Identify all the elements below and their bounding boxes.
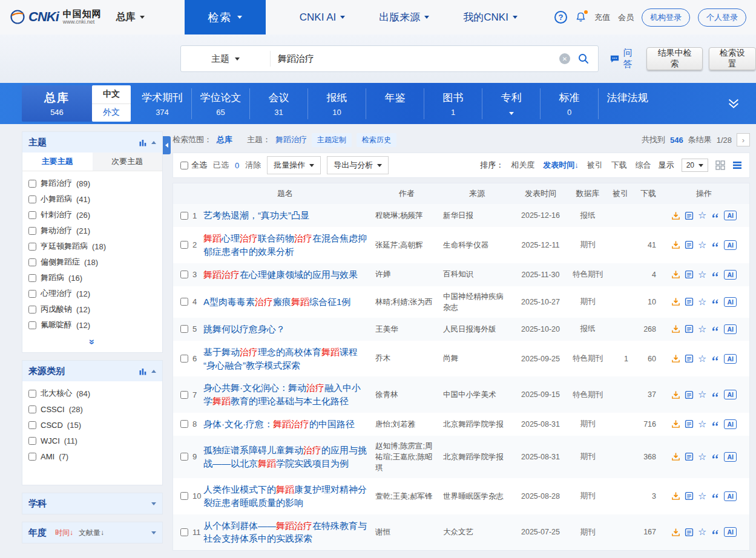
- result-source[interactable]: 中国中小学美术: [443, 390, 496, 399]
- recharge-link[interactable]: 充值: [594, 12, 610, 23]
- result-checkbox[interactable]: [180, 453, 188, 461]
- result-title[interactable]: 身心共舞·文化润心：舞动治疗融入中小学舞蹈教育的理论基础与本土化路径: [203, 381, 367, 408]
- chevron-down-icon[interactable]: [151, 531, 156, 534]
- filter-checkbox[interactable]: [28, 195, 36, 203]
- result-title[interactable]: 舞蹈心理治疗联合药物治疗在混合焦虑抑郁症患者中的效果分析: [203, 232, 367, 258]
- ai-button[interactable]: AI: [724, 527, 737, 537]
- result-authors[interactable]: 程晓琳;杨频萍: [375, 211, 422, 220]
- result-checkbox[interactable]: [180, 391, 188, 399]
- html-read-icon[interactable]: [685, 240, 694, 249]
- filter-item[interactable]: CSSCI(28): [28, 401, 156, 417]
- result-source[interactable]: 新华日报: [443, 211, 473, 220]
- download-icon[interactable]: [671, 324, 680, 333]
- result-checkbox[interactable]: [180, 492, 188, 500]
- nav-zongku[interactable]: 总库: [116, 11, 145, 24]
- notification-bell-icon[interactable]: [575, 11, 587, 23]
- nav-cnki-ai[interactable]: CNKI AI: [300, 11, 345, 24]
- filter-checkbox[interactable]: [28, 290, 36, 298]
- download-icon[interactable]: [671, 419, 680, 428]
- filter-item[interactable]: 氟哌啶醇(12): [28, 317, 156, 333]
- ai-button[interactable]: AI: [724, 452, 737, 462]
- quote-icon[interactable]: [711, 354, 720, 363]
- html-read-icon[interactable]: [685, 324, 694, 333]
- ai-button[interactable]: AI: [724, 354, 737, 364]
- result-authors[interactable]: 萱乾;王美;郝军锋: [375, 492, 432, 501]
- personal-login-button[interactable]: 个人登录: [698, 8, 746, 27]
- result-source[interactable]: 北京舞蹈学院学报: [443, 420, 504, 428]
- ai-button[interactable]: AI: [724, 419, 737, 429]
- result-source[interactable]: 人民日报海外版: [443, 325, 496, 333]
- filter-checkbox[interactable]: [28, 437, 36, 445]
- filter-item[interactable]: CSCD(15): [28, 417, 156, 433]
- bar-chart-icon[interactable]: [139, 367, 146, 375]
- favorite-icon[interactable]: ☆: [698, 297, 706, 307]
- html-read-icon[interactable]: [685, 297, 694, 306]
- result-authors[interactable]: 许婵: [375, 270, 390, 278]
- download-icon[interactable]: [671, 491, 680, 501]
- favorite-icon[interactable]: ☆: [698, 270, 706, 280]
- result-checkbox[interactable]: [180, 298, 188, 306]
- result-title[interactable]: 孤独症谱系障碍儿童舞动治疗的应用与挑战——以北京舞蹈学院实践项目为例: [203, 444, 367, 470]
- quote-icon[interactable]: [711, 528, 720, 537]
- filter-checkbox[interactable]: [28, 243, 36, 251]
- sort-option[interactable]: 下载: [611, 160, 627, 171]
- result-authors[interactable]: 王美华: [375, 325, 398, 333]
- filter-item[interactable]: 舞蹈治疗(89): [28, 176, 156, 191]
- db-tab[interactable]: 报纸10: [307, 88, 366, 119]
- db-tab[interactable]: 图书1: [424, 88, 482, 119]
- download-icon[interactable]: [671, 240, 680, 249]
- quote-icon[interactable]: [711, 491, 720, 501]
- db-tab[interactable]: 专利: [482, 88, 540, 119]
- grid-view-icon[interactable]: [715, 160, 725, 170]
- filter-checkbox[interactable]: [28, 321, 36, 329]
- html-read-icon[interactable]: [685, 419, 694, 428]
- quote-icon[interactable]: [711, 452, 720, 461]
- html-read-icon[interactable]: [685, 528, 694, 537]
- result-source[interactable]: 百科知识: [443, 270, 473, 278]
- select-all-checkbox[interactable]: [180, 162, 188, 169]
- result-checkbox[interactable]: [180, 271, 188, 278]
- download-icon[interactable]: [671, 211, 680, 220]
- search-input[interactable]: [271, 54, 559, 64]
- page-size-select[interactable]: 20: [682, 159, 708, 172]
- tab-secondary-topic[interactable]: 次要主题: [93, 153, 163, 171]
- result-checkbox[interactable]: [180, 355, 188, 363]
- result-source[interactable]: 北京舞蹈学院学报: [443, 453, 504, 461]
- chevron-down-icon[interactable]: [151, 502, 156, 505]
- filter-item[interactable]: WJCI(11): [28, 433, 156, 448]
- nav-my-cnki[interactable]: 我的CNKI: [463, 10, 518, 24]
- download-icon[interactable]: [671, 297, 680, 306]
- export-analyze-button[interactable]: 导出与分析: [327, 156, 389, 174]
- result-checkbox[interactable]: [180, 212, 188, 220]
- ai-button[interactable]: AI: [724, 491, 737, 501]
- quote-icon[interactable]: [711, 324, 720, 333]
- filter-checkbox[interactable]: [28, 421, 36, 429]
- filter-checkbox[interactable]: [28, 211, 36, 219]
- quote-icon[interactable]: [711, 240, 720, 249]
- sort-option[interactable]: 综合: [636, 160, 651, 171]
- result-checkbox[interactable]: [180, 420, 188, 428]
- lang-en-tab[interactable]: 外文: [92, 103, 131, 122]
- result-title[interactable]: 跳舞何以疗愈身心？: [203, 323, 367, 336]
- quote-icon[interactable]: [711, 211, 720, 220]
- favorite-icon[interactable]: ☆: [698, 491, 706, 501]
- result-source[interactable]: 世界睡眠医学杂志: [443, 492, 504, 501]
- list-view-icon[interactable]: [732, 160, 742, 170]
- favorite-icon[interactable]: ☆: [698, 354, 706, 364]
- quote-icon[interactable]: [711, 270, 720, 279]
- filter-checkbox[interactable]: [28, 390, 36, 398]
- download-icon[interactable]: [671, 452, 680, 461]
- result-source[interactable]: 尚舞: [443, 354, 458, 363]
- result-authors[interactable]: 赵知博;陈雳宣;周祐瑄;王嘉欣;陈昭琪: [375, 442, 432, 472]
- sort-option[interactable]: 发表时间↓: [543, 160, 579, 171]
- year-sort-amount[interactable]: 文献量↓: [79, 528, 104, 538]
- favorite-icon[interactable]: ☆: [698, 452, 706, 462]
- html-read-icon[interactable]: [685, 452, 694, 461]
- ai-button[interactable]: AI: [724, 324, 737, 334]
- result-title[interactable]: 舞蹈治疗在心理健康领域的应用与效果: [203, 268, 367, 281]
- filter-item[interactable]: 心理治疗(12): [28, 286, 156, 301]
- db-tab-zongku[interactable]: 总库 546: [22, 85, 92, 122]
- vip-link[interactable]: 会员: [618, 12, 634, 23]
- next-page-button[interactable]: ›: [737, 133, 750, 146]
- result-title[interactable]: 艺考热退潮，“真功夫”凸显: [203, 209, 367, 222]
